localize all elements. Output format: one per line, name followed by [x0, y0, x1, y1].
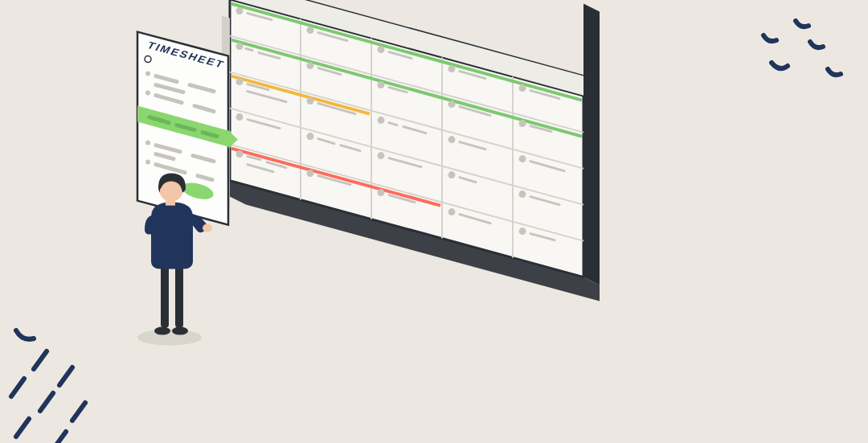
svg-line-23: [246, 48, 252, 50]
svg-rect-92: [161, 265, 169, 327]
svg-point-41: [449, 137, 454, 142]
timesheet-panel: TIMESHEET: [137, 15, 238, 224]
illustration-scene: TIMESHEET: [125, 0, 640, 401]
svg-point-27: [379, 82, 383, 87]
svg-point-71: [145, 71, 150, 76]
svg-point-75: [145, 90, 150, 95]
svg-point-18: [449, 66, 454, 71]
svg-point-56: [237, 151, 242, 156]
svg-point-94: [154, 326, 170, 334]
svg-point-87: [145, 159, 150, 164]
svg-point-20: [520, 85, 525, 90]
svg-point-14: [308, 27, 313, 32]
svg-point-54: [520, 191, 525, 196]
svg-point-60: [308, 170, 313, 175]
svg-point-16: [379, 47, 383, 51]
svg-point-31: [520, 121, 525, 125]
svg-point-36: [308, 98, 313, 103]
svg-point-33: [237, 79, 242, 84]
svg-point-95: [172, 326, 188, 334]
svg-point-25: [308, 63, 313, 68]
svg-point-99: [160, 187, 165, 194]
deco-dashes-bottom-left: [0, 306, 145, 443]
svg-point-12: [237, 8, 242, 13]
deco-dashes-top-right: [715, 6, 868, 103]
svg-point-52: [449, 172, 454, 177]
svg-point-83: [145, 140, 150, 145]
svg-rect-93: [175, 265, 183, 327]
svg-point-43: [520, 156, 525, 161]
svg-point-38: [379, 117, 383, 122]
svg-point-22: [237, 43, 242, 48]
svg-point-66: [520, 228, 525, 233]
svg-point-45: [237, 114, 242, 119]
svg-point-50: [379, 153, 383, 158]
svg-point-64: [449, 209, 454, 214]
calendar-window: [230, 0, 600, 301]
svg-marker-0: [583, 3, 600, 285]
svg-point-96: [203, 224, 212, 232]
svg-point-62: [379, 190, 383, 195]
svg-point-29: [449, 101, 454, 106]
svg-point-47: [308, 133, 313, 138]
